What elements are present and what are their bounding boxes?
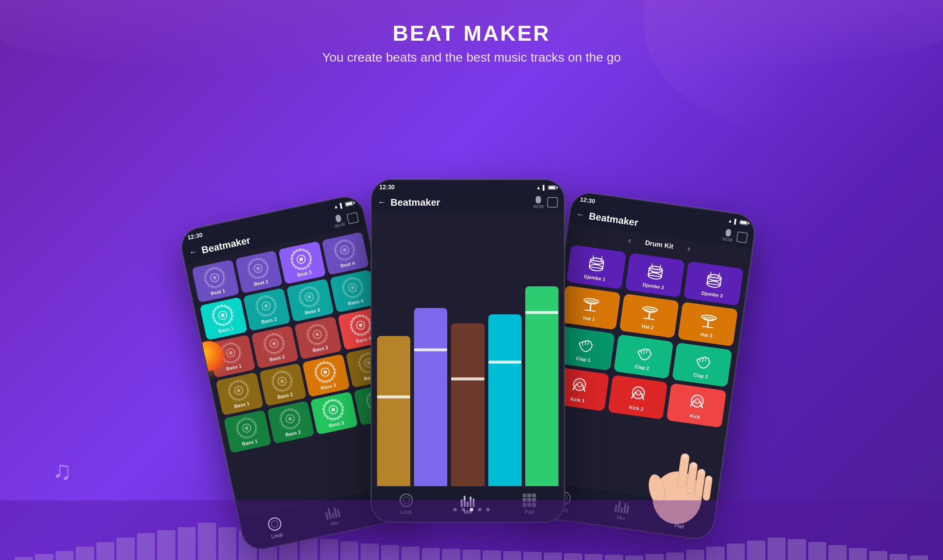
drum-pad-11[interactable]: Kick <box>666 383 726 428</box>
drum-pad-3[interactable]: Hat 1 <box>560 285 620 330</box>
beat-cell-10[interactable]: Bass 3 <box>294 316 342 360</box>
beat-cell-7[interactable]: Bass 4 <box>329 269 377 313</box>
beat-cell-12[interactable]: Bass 1 <box>216 372 263 415</box>
phones-container: 12:30 ← Beatmaker 00:00 <box>23 179 920 523</box>
drum-pad-label-2: Djembe 3 <box>701 290 723 298</box>
page-title: BEAT MAKER <box>0 20 943 46</box>
app-header-center-right: 00:00 <box>533 196 558 209</box>
beat-cell-2[interactable]: Beat 3 <box>278 241 326 285</box>
drum-pad-5[interactable]: Hat 3 <box>678 302 738 346</box>
drum-pad-2[interactable]: Djembe 3 <box>683 261 744 306</box>
stop-button-right[interactable] <box>736 231 748 243</box>
beat-cell-icon-11 <box>349 314 372 337</box>
beat-cell-label-2: Beat 3 <box>297 269 312 278</box>
drum-pad-label-5: Hat 3 <box>700 331 713 338</box>
kit-name: Drum Kit <box>637 237 682 251</box>
mixer-bar-handle-3[interactable] <box>488 361 521 364</box>
drum-pad-label-6: Clap 1 <box>576 355 591 363</box>
stop-button-left[interactable] <box>346 212 359 225</box>
rec-time-right: 00:00 <box>722 236 733 242</box>
drum-pad-8[interactable]: Clap 3 <box>672 342 732 387</box>
drum-pad-label-0: Djembe 1 <box>583 273 606 282</box>
beat-cell-icon-2 <box>290 248 313 271</box>
page-subtitle: You create beats and the best music trac… <box>0 50 943 65</box>
beat-cell-icon-9 <box>262 332 286 355</box>
mixer-bar-handle-2[interactable] <box>451 377 484 380</box>
mixer-bar-handle-1[interactable] <box>414 348 447 351</box>
beat-cell-14[interactable]: Bass 3 <box>302 354 350 397</box>
drum-pad-7[interactable]: Clap 2 <box>613 334 674 379</box>
mixer-bar-wrap-1[interactable]: Bass <box>414 218 447 502</box>
drum-pad-label-7: Clap 2 <box>634 364 649 371</box>
drum-pad-10[interactable]: Kick 2 <box>608 375 668 420</box>
beat-cell-label-6: Bass 3 <box>304 307 321 315</box>
mixer-bar-wrap-4[interactable]: Arp <box>525 218 558 502</box>
back-button-right[interactable]: ← <box>576 209 585 220</box>
signal-icon <box>339 202 344 209</box>
wifi-icon-center <box>536 184 541 191</box>
beat-cell-1[interactable]: Beat 2 <box>235 250 283 294</box>
kit-prev-button[interactable]: ‹ <box>628 235 632 246</box>
rec-indicator-right: 00:00 <box>722 228 734 243</box>
signal-icon-right <box>734 218 738 225</box>
drum-pad-label-3: Hat 1 <box>583 315 595 322</box>
beat-cell-label-11: Bass 4 <box>355 335 372 344</box>
app-header-right-left: 00:00 <box>332 211 359 228</box>
mixer-bar-track-1[interactable] <box>414 308 447 492</box>
drum-pad-4[interactable]: Hat 2 <box>619 294 679 338</box>
drum-pad-label-9: Kick 1 <box>570 396 585 403</box>
beat-cell-5[interactable]: Bass 2 <box>243 288 291 331</box>
stop-button-center[interactable] <box>547 197 558 208</box>
rec-time-left: 00:00 <box>334 222 345 228</box>
beat-cell-18[interactable]: Bass 3 <box>310 392 358 435</box>
beat-cell-icon-10 <box>306 323 329 346</box>
drum-pad-label-10: Kick 2 <box>629 404 644 412</box>
mixer-bar-handle-0[interactable] <box>377 395 410 398</box>
mixer-bar-wrap-3[interactable]: Lead <box>488 218 521 502</box>
beat-cell-icon-12 <box>227 379 251 402</box>
beat-cell-4[interactable]: Bass 1 <box>200 297 248 340</box>
beat-cell-icon-6 <box>298 285 321 308</box>
dot-1 <box>453 508 457 511</box>
app-title-right: Beatmaker <box>588 210 639 228</box>
music-note-decoration: ♫ <box>52 455 72 485</box>
drum-pad-1[interactable]: Djembe 2 <box>625 253 685 297</box>
app-header-center: ← Beatmaker 00:00 <box>372 193 564 212</box>
beat-cell-icon-1 <box>246 257 269 280</box>
mixer-bar-track-4[interactable] <box>525 286 558 492</box>
dot-3 <box>470 508 473 511</box>
beat-cell-icon-16 <box>235 417 258 440</box>
beat-cell-6[interactable]: Bass 3 <box>286 278 334 322</box>
beat-cell-icon-17 <box>278 407 302 431</box>
beat-cell-13[interactable]: Bass 2 <box>259 363 306 406</box>
mixer-bar-track-3[interactable] <box>488 314 521 492</box>
beat-cell-9[interactable]: Bass 2 <box>251 326 298 369</box>
beat-cell-16[interactable]: Bass 1 <box>224 410 271 453</box>
mixer-bar-track-2[interactable] <box>451 323 484 492</box>
beat-cell-label-4: Bass 1 <box>218 325 234 334</box>
mixer-bar-wrap-2[interactable]: Pad <box>451 218 484 502</box>
mic-icon-left <box>335 214 342 223</box>
dots-decoration <box>453 508 490 511</box>
mixer-bar-wrap-0[interactable]: Beat <box>377 218 410 502</box>
status-icons-right <box>727 217 748 226</box>
drum-pad-0[interactable]: Djembe 1 <box>566 245 626 289</box>
beat-cell-17[interactable]: Bass 2 <box>267 401 315 444</box>
mixer-bar-handle-4[interactable] <box>525 311 558 314</box>
beat-cell-icon-14 <box>314 361 337 384</box>
drum-pad-label-11: Kick <box>689 412 700 420</box>
beat-cell-3[interactable]: Beat 4 <box>322 232 369 275</box>
beat-cell-0[interactable]: Beat 1 <box>192 260 239 303</box>
beat-cell-label-0: Beat 1 <box>210 288 226 297</box>
kit-next-button[interactable]: › <box>686 244 691 254</box>
beat-cell-label-1: Beat 2 <box>254 278 269 287</box>
back-button-center[interactable]: ← <box>378 197 386 207</box>
beat-cell-icon-13 <box>271 369 294 393</box>
drum-pad-grid: Djembe 1 Djembe 2 Djembe 3 Hat 1 Hat 2 H… <box>543 240 749 432</box>
app-header-center-left: ← Beatmaker <box>378 197 440 208</box>
app-title-center: Beatmaker <box>391 197 440 208</box>
beat-cell-icon-5 <box>255 295 278 318</box>
mixer-bar-track-0[interactable] <box>377 336 410 492</box>
svg-rect-26 <box>648 311 651 318</box>
back-button-left[interactable]: ← <box>188 246 198 258</box>
